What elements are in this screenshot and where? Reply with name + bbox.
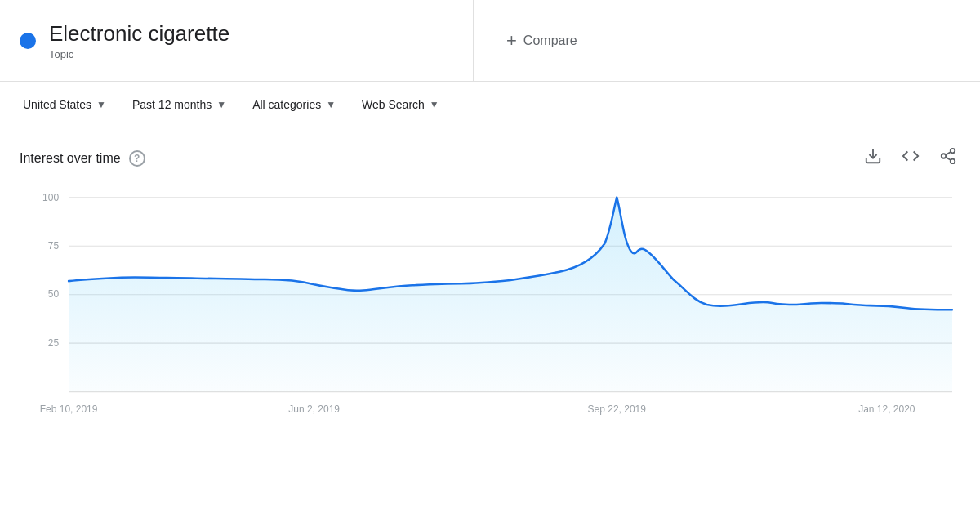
help-icon[interactable]: ? bbox=[129, 150, 145, 167]
svg-text:75: 75 bbox=[48, 240, 60, 252]
categories-dropdown[interactable]: All categories ▼ bbox=[243, 91, 345, 118]
chart-title: Interest over time bbox=[20, 151, 121, 166]
svg-text:Feb 10, 2019: Feb 10, 2019 bbox=[40, 403, 98, 415]
categories-label: All categories bbox=[252, 98, 321, 111]
term-text-group: Electronic cigarette Topic bbox=[49, 21, 229, 60]
help-symbol: ? bbox=[134, 153, 140, 164]
interest-chart: 100 75 50 25 Feb 10, 2019 Jun 2, 2019 Se… bbox=[20, 180, 960, 426]
compare-label: Compare bbox=[523, 33, 577, 48]
svg-text:50: 50 bbox=[48, 288, 60, 300]
region-dropdown[interactable]: United States ▼ bbox=[13, 91, 116, 118]
chart-title-group: Interest over time ? bbox=[20, 150, 145, 167]
svg-text:Sep 22, 2019: Sep 22, 2019 bbox=[588, 403, 647, 415]
compare-plus-icon: + bbox=[506, 30, 517, 51]
search-type-label: Web Search bbox=[362, 98, 425, 111]
term-subtitle: Topic bbox=[49, 48, 229, 60]
period-arrow: ▼ bbox=[216, 99, 226, 110]
svg-line-5 bbox=[946, 152, 951, 155]
svg-text:Jun 2, 2019: Jun 2, 2019 bbox=[288, 403, 340, 415]
search-term-section: Electronic cigarette Topic bbox=[0, 0, 474, 81]
svg-point-1 bbox=[951, 149, 956, 154]
search-type-arrow: ▼ bbox=[430, 99, 439, 110]
chart-header: Interest over time ? bbox=[20, 144, 960, 172]
term-title: Electronic cigarette bbox=[49, 21, 229, 47]
filter-bar: United States ▼ Past 12 months ▼ All cat… bbox=[0, 82, 980, 127]
compare-button[interactable]: + Compare bbox=[506, 30, 577, 51]
download-button[interactable] bbox=[861, 144, 885, 172]
chart-actions bbox=[861, 144, 960, 172]
page-header: Electronic cigarette Topic + Compare bbox=[0, 0, 980, 82]
embed-button[interactable] bbox=[898, 144, 923, 172]
region-arrow: ▼ bbox=[96, 99, 106, 110]
svg-text:Jan 12, 2020: Jan 12, 2020 bbox=[858, 403, 915, 415]
svg-point-3 bbox=[951, 159, 956, 164]
svg-text:100: 100 bbox=[42, 192, 59, 203]
categories-arrow: ▼ bbox=[326, 99, 336, 110]
period-label: Past 12 months bbox=[132, 98, 212, 111]
svg-point-2 bbox=[942, 154, 947, 158]
term-indicator-dot bbox=[20, 33, 36, 49]
compare-section: + Compare bbox=[474, 0, 980, 81]
search-type-dropdown[interactable]: Web Search ▼ bbox=[352, 91, 449, 118]
chart-section: Interest over time ? bbox=[0, 127, 980, 439]
period-dropdown[interactable]: Past 12 months ▼ bbox=[122, 91, 236, 118]
svg-text:25: 25 bbox=[48, 337, 60, 349]
region-label: United States bbox=[23, 98, 91, 111]
share-button[interactable] bbox=[936, 144, 960, 172]
svg-line-4 bbox=[946, 157, 951, 160]
